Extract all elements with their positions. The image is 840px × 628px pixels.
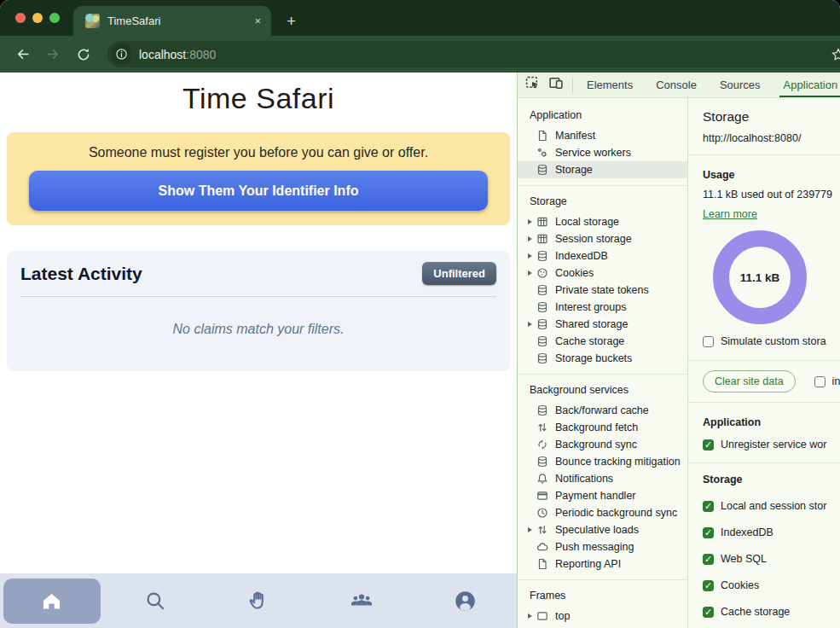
sidebar-item-push-messaging[interactable]: Push messaging bbox=[518, 538, 687, 555]
include-third-party-checkbox[interactable]: in bbox=[814, 375, 840, 387]
sidebar-item-top[interactable]: top bbox=[518, 608, 687, 625]
learn-more-link[interactable]: Learn more bbox=[703, 208, 757, 220]
tab-title: TimeSafari bbox=[107, 15, 245, 27]
unregister-sw-checkbox[interactable]: ✓ Unregister service wor bbox=[703, 439, 840, 451]
expand-arrow-icon[interactable] bbox=[525, 527, 536, 532]
sidebar-item-storage-buckets[interactable]: Storage buckets bbox=[518, 350, 687, 367]
nav-home[interactable] bbox=[0, 573, 103, 628]
sidebar-item-payment-handler[interactable]: Payment handler bbox=[518, 487, 687, 504]
usage-donut-chart: 11.1 kB bbox=[713, 230, 807, 324]
storage-checkbox-web-sql[interactable]: ✓Web SQL bbox=[703, 553, 840, 565]
checkbox-checked-icon[interactable]: ✓ bbox=[703, 527, 714, 538]
home-icon bbox=[40, 590, 63, 613]
sidebar-item-manifest[interactable]: Manifest bbox=[518, 127, 687, 144]
clock-icon bbox=[536, 507, 548, 519]
inspect-element-icon[interactable] bbox=[525, 76, 540, 94]
devtools-toolbar: ElementsConsoleSourcesApplication ✕ bbox=[518, 73, 840, 98]
nav-search[interactable] bbox=[103, 573, 206, 628]
sidebar-item-background-fetch[interactable]: Background fetch bbox=[518, 419, 687, 436]
checkbox-unchecked-icon[interactable] bbox=[703, 336, 714, 347]
url-host: localhost bbox=[139, 48, 186, 61]
site-info-icon[interactable] bbox=[111, 44, 132, 65]
storage-checkbox-cache-storage[interactable]: ✓Cache storage bbox=[703, 606, 840, 618]
sidebar-item-local-storage[interactable]: Local storage bbox=[518, 213, 687, 230]
checkbox-checked-icon[interactable]: ✓ bbox=[703, 554, 714, 565]
sidebar-item-indexeddb[interactable]: IndexedDB bbox=[518, 247, 687, 265]
sidebar-item-background-sync[interactable]: Background sync bbox=[518, 436, 687, 453]
sidebar-item-session-storage[interactable]: Session storage bbox=[518, 230, 687, 247]
cookie-icon bbox=[536, 267, 548, 279]
new-tab-button[interactable]: + bbox=[287, 13, 296, 29]
bookmark-star-icon[interactable] bbox=[831, 47, 840, 66]
devtools-tab-elements[interactable]: Elements bbox=[587, 73, 633, 97]
sidebar-item-interest-groups[interactable]: Interest groups bbox=[518, 299, 687, 316]
reload-icon[interactable] bbox=[70, 41, 97, 68]
nav-projects[interactable] bbox=[206, 573, 310, 628]
checkbox-checked-icon[interactable]: ✓ bbox=[703, 439, 714, 451]
registration-alert: Someone must register you before you can… bbox=[7, 132, 510, 225]
checkbox-checked-icon[interactable]: ✓ bbox=[703, 501, 714, 512]
sidebar-item-cache-storage[interactable]: Cache storage bbox=[518, 333, 687, 350]
sidebar-item-speculative-loads[interactable]: Speculative loads bbox=[518, 521, 687, 538]
sidebar-item-label: Reporting API bbox=[555, 558, 621, 570]
url-port: :8080 bbox=[186, 48, 216, 61]
simulate-quota-checkbox[interactable]: Simulate custom stora bbox=[703, 335, 840, 347]
expand-arrow-icon[interactable] bbox=[525, 322, 536, 327]
bell-icon bbox=[536, 473, 548, 485]
checkbox-unchecked-icon[interactable] bbox=[814, 376, 826, 387]
device-toolbar-icon[interactable] bbox=[548, 76, 564, 94]
close-window-button[interactable] bbox=[15, 13, 26, 23]
database-icon bbox=[536, 404, 548, 416]
back-icon[interactable] bbox=[9, 41, 36, 68]
sync-icon bbox=[536, 439, 548, 451]
frame-icon bbox=[536, 610, 548, 622]
sidebar-item-reporting-api[interactable]: Reporting API bbox=[518, 555, 687, 573]
empty-claims-message: No claims match your filters. bbox=[20, 297, 496, 368]
storage-checkbox-indexeddb[interactable]: ✓IndexedDB bbox=[703, 526, 840, 538]
nav-account[interactable] bbox=[414, 573, 517, 628]
sidebar-item-periodic-background-sync[interactable]: Periodic background sync bbox=[518, 504, 687, 521]
nav-home-active-pill bbox=[3, 579, 101, 624]
forward-icon[interactable] bbox=[39, 41, 67, 68]
expand-arrow-icon[interactable] bbox=[525, 219, 536, 224]
address-bar[interactable]: localhost:8080 bbox=[107, 41, 840, 67]
file-icon bbox=[536, 558, 548, 570]
database-icon bbox=[536, 301, 548, 313]
devtools-tab-console[interactable]: Console bbox=[656, 73, 697, 97]
storage-checkbox-local-and-session-stor[interactable]: ✓Local and session stor bbox=[703, 500, 840, 512]
expand-arrow-icon[interactable] bbox=[525, 253, 536, 259]
divider bbox=[688, 360, 840, 361]
tab-close-icon[interactable]: × bbox=[252, 15, 263, 27]
clear-site-data-button[interactable]: Clear site data bbox=[703, 370, 796, 392]
checkbox-checked-icon[interactable]: ✓ bbox=[703, 580, 714, 591]
devtools-tab-sources[interactable]: Sources bbox=[720, 73, 761, 97]
checkbox-checked-icon[interactable]: ✓ bbox=[703, 607, 714, 618]
sidebar-item-storage[interactable]: Storage bbox=[518, 161, 687, 178]
expand-arrow-icon[interactable] bbox=[525, 270, 536, 276]
sidebar-section-application: ApplicationManifestService workersStorag… bbox=[518, 100, 687, 185]
filter-button[interactable]: Unfiltered bbox=[422, 262, 496, 285]
card-icon bbox=[536, 490, 548, 502]
sidebar-item-label: Storage buckets bbox=[555, 352, 632, 364]
sidebar-item-bounce-tracking-mitigation[interactable]: Bounce tracking mitigation bbox=[518, 453, 687, 470]
nav-contacts[interactable] bbox=[310, 573, 414, 628]
search-icon bbox=[144, 590, 166, 612]
sidebar-item-label: Push messaging bbox=[555, 541, 634, 553]
storage-checkbox-cookies[interactable]: ✓Cookies bbox=[703, 579, 840, 591]
sidebar-item-cookies[interactable]: Cookies bbox=[518, 265, 687, 282]
database-icon bbox=[536, 352, 548, 364]
maximize-window-button[interactable] bbox=[49, 13, 60, 23]
sidebar-item-shared-storage[interactable]: Shared storage bbox=[518, 316, 687, 333]
browser-tab[interactable]: TimeSafari × bbox=[73, 6, 271, 36]
expand-arrow-icon[interactable] bbox=[525, 613, 536, 619]
minimize-window-button[interactable] bbox=[32, 13, 43, 23]
sidebar-section-title: Background services bbox=[530, 384, 687, 396]
show-identifier-button[interactable]: Show Them Your Identifier Info bbox=[29, 171, 488, 211]
expand-arrow-icon[interactable] bbox=[525, 236, 536, 241]
sidebar-item-back-forward-cache[interactable]: Back/forward cache bbox=[518, 402, 687, 419]
sidebar-item-service-workers[interactable]: Service workers bbox=[518, 144, 687, 161]
sidebar-item-label: Session storage bbox=[555, 233, 632, 245]
sidebar-item-notifications[interactable]: Notifications bbox=[518, 470, 687, 487]
sidebar-item-private-state-tokens[interactable]: Private state tokens bbox=[518, 282, 687, 299]
devtools-tab-application[interactable]: Application bbox=[784, 73, 838, 97]
